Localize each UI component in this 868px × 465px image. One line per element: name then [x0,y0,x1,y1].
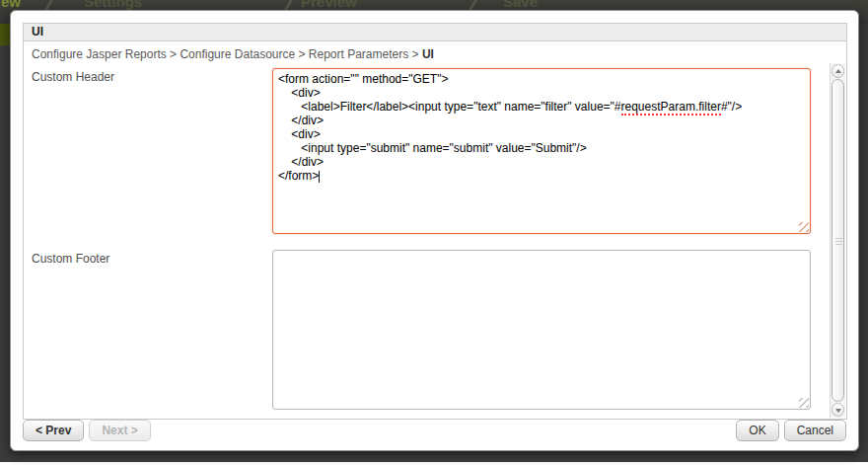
resize-grip-icon[interactable] [799,222,809,232]
breadcrumb-item: Report Parameters [309,47,408,61]
code-line: <input type="submit" name="submit" value… [278,141,805,155]
thumb-grip-icon [835,238,842,245]
resize-grip-icon[interactable] [799,398,809,408]
wizard-step-panel: UI Configure Jasper Reports > Configure … [23,23,847,420]
wizard-dialog: UI Configure Jasper Reports > Configure … [10,10,859,451]
panel-title: UI [24,24,846,41]
misspelled-word: requestParam.filter [621,100,721,116]
scrollbar-up-button[interactable] [832,64,844,78]
nav-button-group: < Prev Next > [23,420,151,441]
breadcrumb-separator: > [167,47,181,61]
scrollbar-thumb[interactable] [832,79,844,402]
breadcrumb-separator: > [408,47,422,61]
code-line: </div> [278,155,805,169]
text-caret [319,171,320,183]
arrow-down-icon [835,409,841,413]
code-text: #"/> [721,100,742,114]
custom-header-wrap: <form action="" method="GET"> <div> <lab… [272,68,811,234]
dialog-footer: < Prev Next > OK Cancel [23,420,846,441]
code-line: </form> [278,169,805,183]
confirm-button-group: OK Cancel [736,420,846,441]
prev-button[interactable]: < Prev [23,420,84,441]
code-text: </form> [278,169,319,183]
custom-header-label: Custom Header [32,70,114,84]
code-line: <form action="" method="GET"> [278,72,805,86]
custom-footer-wrap [272,250,811,410]
breadcrumb-current: UI [422,47,434,61]
custom-footer-input[interactable] [272,250,811,410]
arrow-up-icon [835,69,841,73]
cancel-button[interactable]: Cancel [784,420,846,441]
code-line: <div> [278,86,805,100]
scrollbar-down-button[interactable] [832,403,844,417]
breadcrumb-item: Configure Datasource [180,47,295,61]
code-text: <label>Filter</label><input type="text" … [278,100,621,114]
ok-button[interactable]: OK [736,420,778,441]
code-line: <div> [278,127,805,141]
code-line: </div> [278,114,805,127]
active-tab-edge [0,24,10,45]
breadcrumb-separator: > [295,47,309,61]
custom-header-editor[interactable]: <form action="" method="GET"> <div> <lab… [272,68,811,234]
custom-footer-label: Custom Footer [32,252,109,266]
vertical-scrollbar[interactable] [830,63,845,418]
next-button: Next > [89,420,150,441]
breadcrumb: Configure Jasper Reports > Configure Dat… [32,47,434,61]
breadcrumb-item: Configure Jasper Reports [32,47,167,61]
code-line: <label>Filter</label><input type="text" … [278,100,805,114]
screen: ew Settings Preview Save UI Configure Ja… [0,0,868,465]
